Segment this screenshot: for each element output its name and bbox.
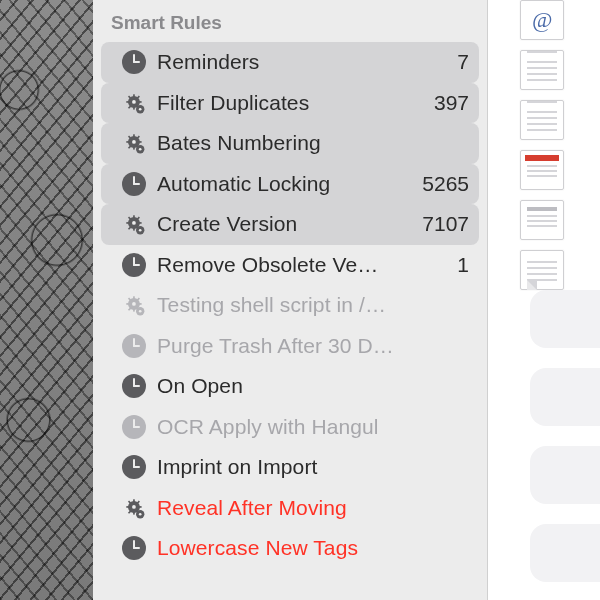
- smart-rule-item[interactable]: Bates Numbering: [101, 123, 479, 164]
- smart-rules-sidebar: Smart Rules Reminders7Filter Duplicates3…: [93, 0, 488, 600]
- smart-rule-item[interactable]: Remove Obsolete Ve…1: [101, 245, 479, 286]
- document-thumbnail[interactable]: [520, 50, 564, 90]
- smart-rule-item[interactable]: On Open: [101, 366, 479, 407]
- smart-rule-item[interactable]: Reveal After Moving: [101, 488, 479, 529]
- clock-icon: [121, 373, 147, 399]
- rule-label: Automatic Locking: [157, 172, 406, 196]
- rule-label: On Open: [157, 374, 469, 398]
- clock-icon: [121, 535, 147, 561]
- smart-rule-item[interactable]: Automatic Locking5265: [101, 164, 479, 205]
- clock-icon: [121, 252, 147, 278]
- rule-label: Imprint on Import: [157, 455, 469, 479]
- document-thumbnail[interactable]: [520, 250, 564, 290]
- thumbnail-column: [520, 0, 570, 290]
- gears-icon: [121, 211, 147, 237]
- rule-label: Reminders: [157, 50, 441, 74]
- document-thumbnail[interactable]: [520, 200, 564, 240]
- smart-rule-item[interactable]: Create Version7107: [101, 204, 479, 245]
- clock-icon: [121, 454, 147, 480]
- rule-label: Remove Obsolete Ve…: [157, 253, 441, 277]
- rule-label: Reveal After Moving: [157, 496, 469, 520]
- rule-count: 1: [451, 253, 469, 277]
- placeholder-card: [530, 290, 600, 348]
- clock-icon: [121, 414, 147, 440]
- placeholder-card: [530, 446, 600, 504]
- section-header-smart-rules[interactable]: Smart Rules: [93, 6, 487, 42]
- placeholder-card: [530, 524, 600, 582]
- gears-icon: [121, 292, 147, 318]
- smart-rules-list: Reminders7Filter Duplicates397Bates Numb…: [93, 42, 487, 569]
- rule-label: Create Version: [157, 212, 406, 236]
- placeholder-cards: [530, 290, 600, 600]
- clock-icon: [121, 171, 147, 197]
- smart-rule-item[interactable]: Purge Trash After 30 D…: [101, 326, 479, 367]
- smart-rule-item[interactable]: Testing shell script in /…: [101, 285, 479, 326]
- rule-count: 5265: [416, 172, 469, 196]
- clock-icon: [121, 333, 147, 359]
- desktop-wallpaper: [0, 0, 95, 600]
- rule-count: 397: [428, 91, 469, 115]
- gears-icon: [121, 90, 147, 116]
- smart-rule-item[interactable]: Lowercase New Tags: [101, 528, 479, 569]
- rule-label: Filter Duplicates: [157, 91, 418, 115]
- clock-icon: [121, 49, 147, 75]
- rule-label: Lowercase New Tags: [157, 536, 469, 560]
- gears-icon: [121, 130, 147, 156]
- document-thumbnail[interactable]: [520, 150, 564, 190]
- smart-rule-item[interactable]: Imprint on Import: [101, 447, 479, 488]
- gears-icon: [121, 495, 147, 521]
- smart-rule-item[interactable]: Reminders7: [101, 42, 479, 83]
- document-thumbnail[interactable]: [520, 0, 564, 40]
- smart-rule-item[interactable]: OCR Apply with Hangul: [101, 407, 479, 448]
- rule-label: Bates Numbering: [157, 131, 469, 155]
- placeholder-card: [530, 368, 600, 426]
- rule-label: Purge Trash After 30 D…: [157, 334, 469, 358]
- content-area: [488, 0, 600, 600]
- rule-count: 7107: [416, 212, 469, 236]
- document-thumbnail[interactable]: [520, 100, 564, 140]
- rule-label: Testing shell script in /…: [157, 293, 469, 317]
- smart-rule-item[interactable]: Filter Duplicates397: [101, 83, 479, 124]
- rule-label: OCR Apply with Hangul: [157, 415, 469, 439]
- rule-count: 7: [451, 50, 469, 74]
